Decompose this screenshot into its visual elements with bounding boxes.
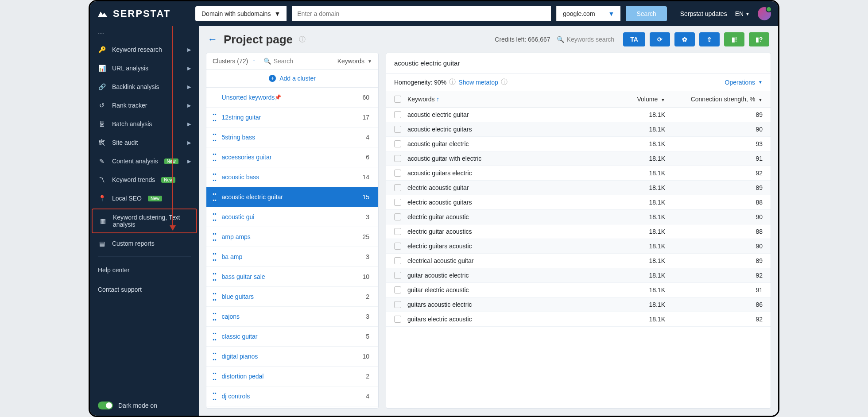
cluster-row[interactable]: ▪▪▪▪acoustic gui3 [206,207,378,227]
row-checkbox[interactable] [394,316,401,323]
cluster-row[interactable]: ▪▪▪▪amp amps25 [206,227,378,247]
search-type-select[interactable]: Domain with subdomains ▼ [195,6,287,21]
cluster-search[interactable]: 🔍 Search [264,58,293,65]
keywords-col-label: Keywords [407,96,434,103]
db-icon: 🗄 [98,120,106,128]
help-center-link[interactable]: Help center [90,260,199,280]
cluster-row[interactable]: ▪▪▪▪ba amp3 [206,247,378,267]
row-checkbox[interactable] [394,257,401,264]
report-icon: ▤ [98,239,106,247]
row-checkbox[interactable] [394,228,401,235]
sidebar-item-label: Backlink analysis [112,83,159,90]
select-all-checkbox[interactable] [394,96,401,103]
caret-down-icon: ▼ [274,10,280,17]
sidebar-item-label: Site audit [112,139,138,146]
keywords-search[interactable]: 🔍 Keywords search [557,36,614,43]
cluster-row[interactable]: ▪▪▪▪5string bass4 [206,127,378,147]
history-icon: ↺ [98,101,106,109]
cluster-row[interactable]: ▪▪▪▪digital pianos10 [206,347,378,367]
row-checkbox[interactable] [394,243,401,250]
keyword-text: guitars electric acoustic [407,316,616,323]
cluster-row[interactable]: ▪▪▪▪acoustic electric guitar15 [206,187,378,207]
cluster-row[interactable]: ▪▪▪▪bass guitar sale10 [206,267,378,287]
sidebar-item-label: Keyword clustering, Text analysis [113,214,190,228]
row-checkbox[interactable] [394,170,401,177]
row-checkbox[interactable] [394,111,401,118]
cluster-name: 12string guitar [222,114,261,121]
row-checkbox[interactable] [394,155,401,162]
sidebar-item-keyword-trends[interactable]: 〽Keyword trendsNew [90,170,199,189]
sidebar-item-rank-tracker[interactable]: ↺Rank tracker▶ [90,96,199,115]
new-badge: New [164,158,178,164]
caret-down-icon: ▼ [745,12,750,16]
export-button[interactable]: ⇧ [699,32,720,46]
cluster-name: cajons [222,313,240,320]
operations-dropdown[interactable]: Operations ▼ [725,79,763,86]
add-cluster-button[interactable]: + Add a cluster [206,70,378,88]
sidebar-item-content-analysis[interactable]: ✎Content analysisNew▶ [90,152,199,170]
keyword-volume: 18.1K [616,111,674,118]
contact-support-link[interactable]: Contact support [90,280,199,299]
connection-column[interactable]: Connection strength, % ▼ [674,96,763,103]
cluster-row[interactable]: ▪▪▪▪classic guitar5 [206,327,378,347]
logo[interactable]: SERPSTAT [97,8,190,20]
bars-icon: 📊 [98,64,106,72]
keyword-connection: 92 [674,316,763,323]
row-checkbox[interactable] [394,286,401,293]
row-checkbox[interactable] [394,213,401,220]
sidebar-item-url-analysis[interactable]: 📊URL analysis▶ [90,59,199,77]
sidebar-item-backlink-analysis[interactable]: 🔗Backlink analysis▶ [90,77,199,96]
updates-link[interactable]: Serpstat updates [680,10,727,17]
volume-column[interactable]: Volume ▼ [616,96,674,103]
grip-icon: ▪▪▪▪ [213,251,217,263]
row-checkbox[interactable] [394,184,401,191]
show-metatop-link[interactable]: Show metatop [458,79,498,86]
cluster-row[interactable]: ▪▪▪▪accessories guitar6 [206,147,378,167]
keyword-volume: 18.1K [616,170,674,177]
sidebar-item-batch-analysis[interactable]: 🗄Batch analysis▶ [90,115,199,133]
darkmode-label: Dark mode on [118,402,157,409]
cluster-row[interactable]: ▪▪▪▪acoustic bass14 [206,167,378,187]
cluster-row[interactable]: ▪▪▪▪dj controls4 [206,386,378,406]
sort-arrow-icon[interactable]: ↑ [252,58,256,65]
feedback-button[interactable]: ▮! [724,32,744,46]
sidebar-item-local-seo[interactable]: 📍Local SEONew [90,189,199,208]
row-checkbox[interactable] [394,140,401,147]
cluster-row[interactable]: ▪▪▪▪cajons3 [206,307,378,327]
settings-button[interactable]: ✿ [674,32,695,46]
row-checkbox[interactable] [394,301,401,308]
sidebar-item-site-audit[interactable]: 🕸Site audit▶ [90,133,199,152]
sidebar-item-keyword-clustering-text-analysis[interactable]: ▦Keyword clustering, Text analysis [92,208,197,233]
cluster-count: 10 [362,273,372,280]
back-arrow-icon[interactable]: ← [208,34,217,45]
ta-button[interactable]: TA [623,32,645,46]
keyword-row: electric acoustic guitar18.1K89 [386,181,771,195]
cluster-row[interactable]: ▪▪▪▪12string guitar17 [206,108,378,127]
darkmode-toggle[interactable] [98,402,113,409]
keyword-connection: 88 [674,199,763,206]
info-icon[interactable]: ⓘ [449,78,456,86]
row-checkbox[interactable] [394,272,401,279]
refresh-button[interactable]: ⟳ [650,32,670,46]
info-icon[interactable]: ⓘ [299,35,306,44]
sidebar-item-label: Local SEO [112,195,142,202]
search-button[interactable]: Search [626,6,666,21]
sidebar-item-keyword-research[interactable]: 🔑Keyword research▶ [90,40,199,59]
info-icon[interactable]: ⓘ [501,78,508,86]
sidebar-item-custom-reports[interactable]: ▤Custom reports [90,234,199,253]
language-select[interactable]: EN ▼ [735,10,750,17]
avatar[interactable] [758,7,771,20]
main: ← Project page ⓘ Credits left: 666,667 🔍… [199,26,778,416]
keywords-column[interactable]: Keywords ↑ [407,96,616,103]
row-checkbox[interactable] [394,199,401,206]
keywords-column-header[interactable]: Keywords ▼ [337,58,372,65]
cluster-row[interactable]: ▪▪▪▪distortion pedal2 [206,367,378,386]
search-engine-select[interactable]: google.com ▼ [556,6,620,21]
cluster-row[interactable]: ▪▪▪▪blue guitars2 [206,287,378,307]
help-button[interactable]: ▮? [749,32,769,46]
domain-search-input[interactable] [292,6,551,21]
row-checkbox[interactable] [394,126,401,133]
keyword-volume: 18.1K [616,213,674,220]
cluster-row[interactable]: ▪▪▪▪Unsorted keywords📌60 [206,88,378,108]
language-label: EN [735,10,744,17]
